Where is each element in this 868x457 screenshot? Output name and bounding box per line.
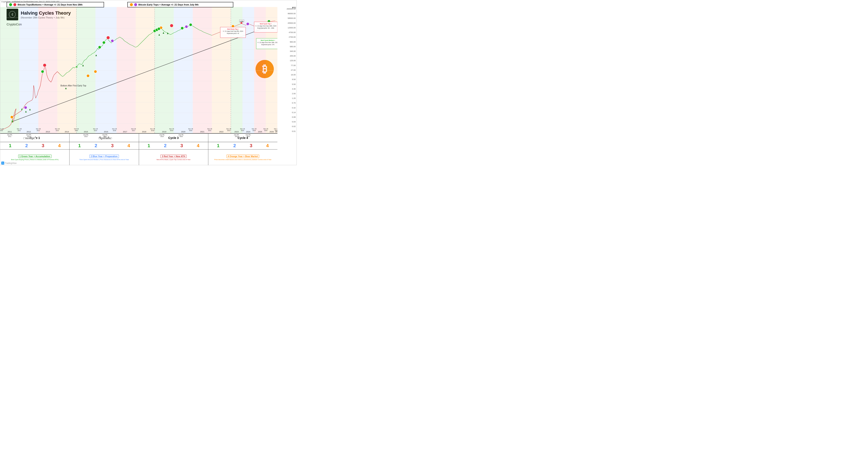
svg-text:+/- 21 days from Nov 28th, 202: +/- 21 days from Nov 28th, 2025	[255, 25, 276, 27]
svg-rect-11	[135, 7, 155, 133]
svg-text:2018: 2018	[151, 130, 154, 131]
red-year-title: 3 Red Year = New ATH	[160, 155, 186, 158]
svg-text:July 9th,: July 9th,	[245, 134, 251, 136]
svg-text:2015: 2015	[84, 136, 88, 137]
svg-text:Bottom After First Early Top: Bottom After First Early Top	[61, 85, 87, 87]
svg-text:July 9th,: July 9th,	[7, 134, 12, 136]
svg-point-48	[106, 36, 110, 39]
c4-y2: 2	[233, 143, 236, 149]
c4-y4: 4	[266, 143, 269, 149]
svg-text:2023: 2023	[241, 130, 244, 131]
dates-strip: Nov 28 2010 Nov 28 2011 Nov 28 2012 Nov …	[0, 127, 277, 133]
chart-container: CryptoCon_ published on TradingView.com,…	[0, 0, 297, 165]
svg-rect-10	[117, 7, 135, 133]
c2-y2: 2	[94, 143, 97, 149]
svg-rect-38	[76, 66, 77, 68]
orange-dot-legend	[130, 3, 133, 6]
svg-point-51	[111, 39, 114, 42]
svg-text:2025: 2025	[264, 130, 268, 131]
green-year-title: 1 Green Year = Accumulation	[18, 155, 52, 158]
c1-y1: 1	[9, 143, 11, 149]
c3-y3: 3	[180, 143, 183, 149]
c3-y4: 4	[197, 143, 199, 149]
legend-right-text: Bitcoin Early Tops = Average +/- 21 Days…	[138, 3, 198, 6]
red-year-sub: New ATHs Made | Cycle Top Comes end of Y…	[156, 159, 190, 161]
c3-year-nums: 1 2 3 4	[139, 142, 208, 149]
svg-text:2011: 2011	[8, 136, 11, 137]
svg-text:2010: 2010	[0, 130, 3, 131]
svg-text:2022: 2022	[227, 130, 230, 131]
svg-text:Nov 28: Nov 28	[0, 128, 4, 130]
svg-text:2019: 2019	[160, 136, 164, 137]
svg-text:Next Early Top ≈: Next Early Top ≈	[227, 28, 239, 30]
svg-text:2012: 2012	[27, 136, 31, 137]
svg-point-43	[24, 106, 27, 109]
c2-year-nums: 1 2 3 4	[69, 142, 139, 149]
svg-text:+/- 21 days from Nov 28th, 202: +/- 21 days from Nov 28th, 2026	[257, 42, 277, 43]
svg-text:Nov 28: Nov 28	[17, 128, 22, 130]
purple-dot-legend	[134, 3, 137, 6]
c1-y2: 2	[25, 143, 28, 149]
svg-point-45	[41, 70, 44, 73]
svg-text:Nov 28: Nov 28	[112, 128, 117, 130]
svg-text:2024: 2024	[252, 130, 256, 131]
svg-rect-36	[22, 109, 22, 110]
svg-point-57	[181, 27, 184, 30]
july-dates-strip: July 9th, 2011 July 9th, 2012 First Halv…	[0, 133, 277, 139]
c4-year-nums: 1 2 3 4	[208, 142, 277, 149]
c1-y3: 3	[42, 143, 44, 149]
svg-text:Nov 28: Nov 28	[226, 128, 231, 130]
svg-point-61	[246, 23, 249, 25]
svg-text:2016: 2016	[113, 130, 116, 131]
svg-text:Nov 28: Nov 28	[264, 128, 268, 130]
svg-text:July 9th,: July 9th,	[234, 134, 239, 136]
price-chart-svg: 138k Bottom After First Early Top Next E…	[0, 7, 277, 133]
svg-rect-15	[212, 7, 231, 133]
svg-text:2021: 2021	[208, 130, 212, 131]
svg-text:2012: 2012	[37, 130, 40, 131]
svg-text:2019: 2019	[170, 130, 173, 131]
svg-text:July 9th,: July 9th,	[26, 134, 32, 136]
svg-text:2020: 2020	[189, 130, 192, 131]
c2-y3: 3	[111, 143, 114, 149]
svg-text:Nov 28: Nov 28	[252, 128, 256, 130]
svg-text:2026: 2026	[275, 130, 277, 131]
svg-point-58	[185, 25, 188, 28]
svg-point-47	[94, 70, 97, 73]
svg-rect-9	[95, 7, 117, 133]
svg-text:July 9th,: July 9th,	[179, 134, 184, 136]
svg-text:2017: 2017	[132, 130, 135, 131]
green-dot-legend	[9, 3, 12, 6]
svg-text:Nov 28: Nov 28	[74, 128, 79, 130]
svg-text:Nov 28: Nov 28	[131, 128, 136, 130]
y-axis: 260000.00 96000.00 58500.00 20500.00 125…	[277, 7, 297, 133]
svg-point-50	[98, 46, 101, 49]
orange-year-section: 4 Orange Year = Bear Market Price become…	[208, 150, 277, 165]
svg-point-49	[102, 41, 105, 44]
svg-text:July 9th,: July 9th,	[159, 134, 165, 136]
svg-point-46	[87, 74, 89, 77]
svg-rect-14	[193, 7, 212, 133]
blue-year-section: 2 Blue Year = Preparation Time Spent Aro…	[69, 150, 139, 165]
svg-text:July 9th,: July 9th,	[102, 134, 107, 136]
svg-rect-5	[19, 7, 38, 133]
svg-text:+/- 21 days from July 9th, 202: +/- 21 days from July 9th, 2024	[223, 31, 243, 32]
c2-y1: 1	[78, 143, 81, 149]
svg-text:2014: 2014	[75, 130, 78, 131]
c3-y2: 2	[164, 143, 166, 149]
svg-text:2015: 2015	[94, 130, 97, 131]
svg-text:Next Cycle Bottom ≈: Next Cycle Bottom ≈	[261, 40, 275, 41]
svg-rect-7	[57, 7, 76, 133]
svg-text:Second Halving: Second Halving	[100, 138, 111, 139]
svg-rect-35	[12, 120, 13, 122]
svg-text:2024: 2024	[246, 136, 250, 137]
svg-text:Nov 28: Nov 28	[36, 128, 41, 130]
svg-text:2011: 2011	[18, 130, 21, 131]
svg-text:Nov 28: Nov 28	[207, 128, 212, 130]
tradingview-label: TradingView	[5, 162, 17, 164]
svg-text:TV: TV	[2, 162, 4, 164]
svg-text:2016: 2016	[103, 136, 106, 137]
svg-text:Nov 28: Nov 28	[188, 128, 193, 130]
c1-y4: 4	[58, 143, 61, 149]
c4-y3: 3	[250, 143, 252, 149]
